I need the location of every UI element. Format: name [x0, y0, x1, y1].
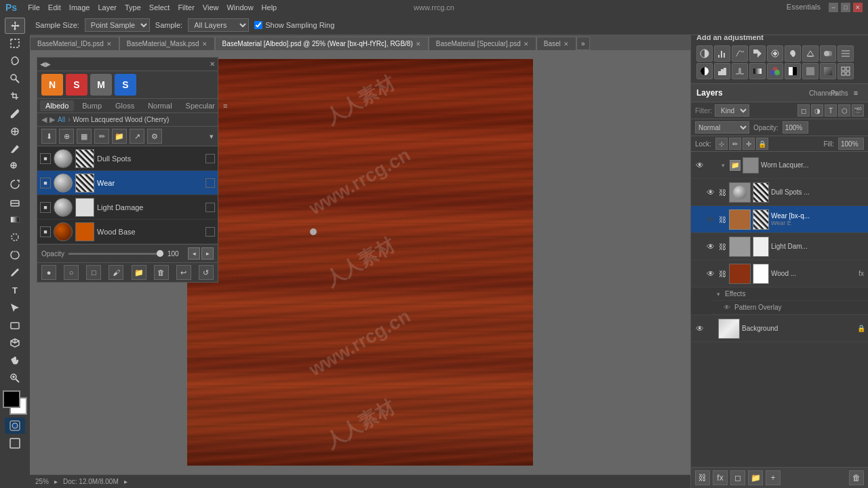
- adj-gradient-fill[interactable]: [820, 63, 836, 79]
- tool-lasso[interactable]: [5, 53, 25, 69]
- tab-1-close[interactable]: ✕: [202, 41, 208, 47]
- filter-shape-icon[interactable]: ⬡: [838, 104, 850, 117]
- tool-rectangle[interactable]: [5, 317, 25, 333]
- breadcrumb-all[interactable]: All: [58, 116, 65, 123]
- sample-value-select[interactable]: All Layers: [188, 18, 249, 32]
- opacity-input[interactable]: [783, 121, 808, 134]
- adj-threshold[interactable]: [732, 63, 748, 79]
- tab-0[interactable]: BaseMaterial_IDs.psd ✕: [30, 37, 119, 50]
- menu-filter[interactable]: Filter: [178, 3, 194, 12]
- pattern-overlay-item[interactable]: 👁 Pattern Overlay: [711, 301, 868, 314]
- tool-3d[interactable]: [5, 335, 25, 351]
- wood-base-fx-icon[interactable]: fx: [859, 270, 864, 277]
- menu-layer[interactable]: Layer: [98, 3, 117, 12]
- tool-brush[interactable]: [5, 141, 25, 157]
- layer-light-damage[interactable]: 👁 ⛓ Light Dam...: [691, 233, 868, 260]
- opacity-slider-handle[interactable]: [157, 250, 163, 257]
- breadcrumb-forward-btn[interactable]: ▶: [50, 115, 55, 124]
- adj-solid-color[interactable]: [802, 63, 818, 79]
- menu-select[interactable]: Select: [149, 3, 170, 12]
- layer-wood-base[interactable]: 👁 ⛓ Wood ... fx: [691, 260, 868, 287]
- tab-2[interactable]: BaseMaterial [Albedo].psd @ 25% (Wear [b…: [215, 37, 429, 50]
- pattern-overlay-eye[interactable]: 👁: [722, 303, 732, 312]
- fill-input[interactable]: [838, 138, 864, 150]
- tool-move[interactable]: [5, 18, 25, 34]
- adj-bw[interactable]: [785, 63, 801, 79]
- tool-gradient[interactable]: [5, 211, 25, 228]
- panel-close-btn[interactable]: ✕: [210, 60, 215, 68]
- tool-text[interactable]: T: [5, 282, 25, 298]
- substance-layer-dull-spots[interactable]: ■ Dull Spots: [37, 146, 218, 171]
- lock-paint-btn[interactable]: ✏: [729, 138, 741, 150]
- blend-mode-select[interactable]: Normal: [695, 121, 749, 134]
- dull-spots-ps-eye[interactable]: 👁: [705, 186, 717, 199]
- sub-btn-export[interactable]: ↗: [130, 129, 144, 144]
- menu-type[interactable]: Type: [125, 3, 141, 12]
- tab-4-close[interactable]: ✕: [564, 41, 569, 47]
- tool-rect-marquee[interactable]: [5, 35, 25, 52]
- create-layer-btn[interactable]: +: [766, 470, 781, 485]
- bot-icon-square[interactable]: □: [86, 265, 101, 280]
- tool-hand[interactable]: [5, 352, 25, 369]
- effects-expand-btn[interactable]: ▾: [714, 290, 722, 298]
- filter-smart-icon[interactable]: 🎬: [852, 104, 864, 117]
- dull-spots-visibility[interactable]: ■: [40, 153, 51, 164]
- wood-base-visibility[interactable]: ■: [40, 226, 51, 237]
- plugin-red-icon[interactable]: S: [66, 74, 87, 96]
- color-swatches[interactable]: [3, 390, 27, 415]
- filter-adj-icon[interactable]: ◑: [811, 104, 823, 117]
- tool-crop[interactable]: [5, 88, 25, 104]
- tab-gloss[interactable]: Gloss: [110, 100, 140, 111]
- sub-panel-expand[interactable]: ▾: [210, 132, 214, 141]
- zoom-arrow[interactable]: ▸: [54, 478, 58, 485]
- lock-move-btn[interactable]: ✛: [743, 138, 755, 150]
- adj-pattern-fill[interactable]: [837, 63, 854, 79]
- screen-mode-btn[interactable]: [5, 435, 25, 451]
- worn-lacquer-eye[interactable]: 👁: [694, 159, 706, 171]
- close-button[interactable]: ✕: [853, 3, 863, 12]
- adj-vibrance[interactable]: [767, 45, 783, 62]
- sub-btn-add-paint[interactable]: ⬇: [41, 129, 56, 144]
- add-mask-btn[interactable]: ◻: [730, 470, 745, 485]
- adj-selective-color[interactable]: [767, 63, 783, 79]
- menu-help[interactable]: Help: [262, 3, 277, 12]
- breadcrumb-back-btn[interactable]: ◀: [41, 115, 47, 124]
- menu-view[interactable]: View: [203, 3, 219, 12]
- plugin-substance-icon[interactable]: N: [41, 74, 63, 96]
- tool-quick-selection[interactable]: [5, 70, 25, 87]
- opacity-dec[interactable]: ◂: [188, 247, 200, 260]
- adj-photo-filter[interactable]: [820, 45, 836, 62]
- lock-all-btn[interactable]: 🔒: [756, 138, 768, 150]
- layers-paths-tab[interactable]: Paths: [833, 86, 846, 100]
- tool-eyedropper[interactable]: [5, 106, 25, 122]
- filter-type-icon[interactable]: T: [825, 104, 837, 117]
- tab-4[interactable]: Basel ✕: [536, 37, 576, 50]
- quick-mask-btn[interactable]: [5, 418, 25, 434]
- plugin-gray-icon[interactable]: M: [90, 74, 112, 96]
- show-sampling-ring-label[interactable]: Show Sampling Ring: [254, 21, 334, 29]
- tab-normal[interactable]: Normal: [142, 100, 177, 111]
- panel-collapse-arrow[interactable]: ◀▶: [40, 60, 51, 68]
- wear-check[interactable]: [205, 178, 215, 188]
- sub-btn-settings[interactable]: ⚙: [147, 129, 162, 144]
- filter-pixel-icon[interactable]: ◻: [797, 104, 810, 117]
- adj-posterize[interactable]: [714, 63, 730, 79]
- add-style-btn[interactable]: fx: [713, 470, 728, 485]
- tab-bump[interactable]: Bump: [77, 100, 107, 111]
- background-eye[interactable]: 👁: [694, 323, 706, 335]
- tool-zoom[interactable]: [5, 370, 25, 386]
- wear-ps-eye[interactable]: 👁: [705, 214, 717, 226]
- group-expand-btn[interactable]: ▾: [718, 161, 728, 170]
- layers-channels-tab[interactable]: Channels: [816, 86, 830, 100]
- adj-channel-mixer[interactable]: [837, 45, 854, 62]
- plugin-blue-icon[interactable]: S: [115, 74, 136, 96]
- tool-path-selection[interactable]: [5, 300, 25, 316]
- adj-hsl[interactable]: [785, 45, 801, 62]
- sub-btn-brush[interactable]: ✏: [94, 129, 109, 144]
- minimize-button[interactable]: –: [829, 3, 838, 12]
- light-damage-check[interactable]: [205, 203, 215, 212]
- tool-pen[interactable]: [5, 264, 25, 281]
- adj-exposure[interactable]: [749, 45, 766, 62]
- light-damage-ps-eye[interactable]: 👁: [705, 241, 717, 253]
- bot-icon-circle-fill[interactable]: ●: [41, 265, 56, 280]
